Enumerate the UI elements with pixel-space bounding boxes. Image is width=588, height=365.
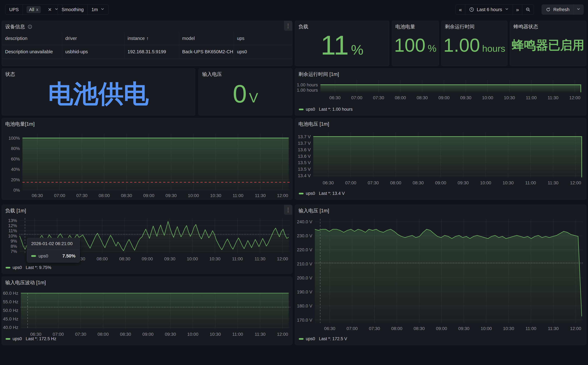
svg-text:11:30: 11:30 bbox=[255, 256, 265, 261]
legend-series-name: ups0 bbox=[306, 107, 315, 112]
legend-item[interactable]: ups0 Last *: 9.75% bbox=[6, 265, 51, 270]
tooltip-timestamp: 2026-01-02 06:21:00 bbox=[27, 238, 79, 250]
svg-text:1.00 hours: 1.00 hours bbox=[297, 82, 318, 87]
svg-text:11:30: 11:30 bbox=[255, 193, 266, 198]
smoothing-label-sect: Smoothing bbox=[58, 5, 87, 14]
panel-chart-load: 负载 [1m] ⋮ 13%12%11%10%9%8%7%06:3007:0007… bbox=[2, 205, 292, 274]
magnifier-minus-icon bbox=[525, 7, 531, 12]
stat-value: 0 bbox=[233, 81, 247, 106]
refresh-interval-dropdown[interactable] bbox=[573, 5, 583, 14]
series-color-pill bbox=[299, 109, 304, 110]
svg-text:13.5 V: 13.5 V bbox=[298, 167, 311, 172]
panel-chart-runtime: 剩余运行时间 [1m] 1.00 hours1.00 hours06:3007:… bbox=[295, 68, 586, 115]
time-range-picker-button[interactable]: Last 6 hours bbox=[465, 5, 513, 14]
svg-text:13.6 V: 13.6 V bbox=[298, 154, 311, 159]
svg-text:11:00: 11:00 bbox=[232, 332, 243, 337]
svg-text:10:00: 10:00 bbox=[187, 332, 198, 337]
series-color-pill bbox=[6, 338, 10, 340]
zoom-out-time-button[interactable] bbox=[522, 5, 534, 14]
device-table: description driver instance↑ model ups D… bbox=[2, 32, 292, 59]
legend-item[interactable]: ups0 Last *: 13.4 V bbox=[299, 191, 345, 196]
svg-text:200.0 V: 200.0 V bbox=[297, 275, 312, 281]
svg-text:09:00: 09:00 bbox=[438, 95, 450, 100]
svg-text:09:00: 09:00 bbox=[143, 193, 154, 198]
cell-description: Description unavailable bbox=[2, 45, 62, 58]
legend-series-name: ups0 bbox=[13, 265, 22, 270]
svg-text:7%: 7% bbox=[11, 249, 17, 254]
refresh-label: Refresh bbox=[553, 7, 570, 12]
time-shift-forward-button[interactable]: » bbox=[513, 5, 522, 14]
refresh-icon bbox=[546, 7, 551, 12]
column-header-instance[interactable]: instance↑ bbox=[124, 32, 179, 45]
battery-charge-chart-plot[interactable]: 100%80%60%40%20%0%06:3007:0007:3008:0008… bbox=[2, 118, 293, 200]
table-row: Description unavailable usbhid-ups 192.1… bbox=[2, 45, 292, 59]
svg-text:20%: 20% bbox=[11, 177, 20, 182]
svg-text:180.0 V: 180.0 V bbox=[297, 303, 312, 308]
legend-stat: Last *: 13.4 V bbox=[319, 191, 345, 196]
column-header-ups[interactable]: ups bbox=[234, 32, 292, 45]
panel-stat-battery-charge: 电池电量 100% bbox=[392, 21, 439, 66]
panel-menu-kebab-icon[interactable]: ⋮ bbox=[284, 21, 292, 31]
stat-unit: % bbox=[351, 43, 363, 57]
clear-selection-icon[interactable]: ✕ bbox=[48, 7, 52, 12]
svg-text:13.7 V: 13.7 V bbox=[298, 141, 311, 146]
time-range-control: « Last 6 hours » bbox=[456, 4, 534, 15]
svg-text:09:00: 09:00 bbox=[436, 326, 447, 331]
refresh-button[interactable]: Refresh bbox=[542, 5, 573, 14]
sort-asc-icon: ↑ bbox=[146, 36, 149, 41]
svg-text:40%: 40% bbox=[11, 167, 20, 172]
legend-item[interactable]: ups0 Last *: 172.5 V bbox=[299, 336, 347, 341]
info-icon[interactable] bbox=[28, 24, 32, 29]
double-chevron-right-icon: » bbox=[516, 7, 519, 13]
chevron-down-icon bbox=[576, 7, 581, 12]
smoothing-value-sect[interactable]: 1m bbox=[87, 5, 108, 14]
legend-item[interactable]: ups0 Last *: 172.5 Hz bbox=[6, 336, 56, 341]
panel-stat-beeper: 蜂鸣器状态 蜂鸣器已启用 bbox=[510, 21, 586, 66]
time-shift-back-button[interactable]: « bbox=[456, 5, 465, 14]
svg-text:08:00: 08:00 bbox=[99, 193, 110, 198]
svg-text:11:00: 11:00 bbox=[233, 193, 243, 198]
ups-variable-value[interactable]: All x ✕ bbox=[23, 5, 62, 14]
svg-text:07:30: 07:30 bbox=[75, 332, 86, 337]
svg-text:06:30: 06:30 bbox=[32, 193, 43, 198]
series-color-pill bbox=[6, 267, 10, 268]
svg-text:1.00 hours: 1.00 hours bbox=[297, 88, 318, 92]
svg-text:55.0 Hz: 55.0 Hz bbox=[3, 299, 18, 304]
svg-text:08:30: 08:30 bbox=[121, 193, 132, 198]
svg-text:12:00: 12:00 bbox=[570, 180, 581, 185]
cell-driver: usbhid-ups bbox=[62, 45, 124, 58]
battery-voltage-chart-plot[interactable]: 13.7 V13.7 V13.6 V13.6 V13.5 V13.5 V13.4… bbox=[295, 118, 587, 200]
svg-text:0%: 0% bbox=[14, 188, 20, 193]
panel-title: 蜂鸣器状态 bbox=[514, 23, 538, 30]
column-header-model[interactable]: model bbox=[179, 32, 234, 45]
panel-title: 状态 bbox=[5, 71, 15, 78]
svg-text:50.0 Hz: 50.0 Hz bbox=[3, 308, 18, 313]
input-voltage-chart-plot[interactable]: 240.0 V230.0 V220.0 V210.0 V200.0 V190.0… bbox=[295, 205, 587, 345]
svg-text:240.0 V: 240.0 V bbox=[297, 219, 312, 224]
panel-chart-battery-charge: 电池电量[1m] 100%80%60%40%20%0%06:3007:0007:… bbox=[2, 118, 292, 200]
svg-text:10:30: 10:30 bbox=[210, 193, 221, 198]
panel-title: 设备信息 bbox=[5, 23, 25, 30]
stat-unit: % bbox=[428, 43, 437, 53]
svg-text:40.0 Hz: 40.0 Hz bbox=[3, 325, 18, 330]
svg-text:10:00: 10:00 bbox=[480, 326, 492, 331]
stat-value: 100 bbox=[394, 36, 425, 55]
svg-text:60%: 60% bbox=[11, 156, 20, 161]
svg-text:80%: 80% bbox=[11, 146, 20, 151]
svg-text:07:00: 07:00 bbox=[53, 332, 64, 337]
panel-title: 负载 bbox=[298, 23, 308, 30]
legend-item[interactable]: ups0 Last *: 1.00 hours bbox=[299, 107, 352, 112]
panel-stat-load: 负载 11% bbox=[295, 21, 389, 66]
stat-value: 11 bbox=[321, 32, 349, 59]
column-header-driver[interactable]: driver bbox=[62, 32, 124, 45]
svg-text:12:00: 12:00 bbox=[570, 326, 581, 331]
frequency-chart-plot[interactable]: 60.0 Hz55.0 Hz50.0 Hz45.0 Hz40.0 Hz06:30… bbox=[2, 277, 293, 345]
stat-value: 电池供电 bbox=[48, 81, 149, 106]
column-header-description[interactable]: description bbox=[2, 32, 62, 45]
ups-chip-all[interactable]: All x bbox=[27, 6, 41, 13]
chip-remove-icon[interactable]: x bbox=[36, 7, 38, 12]
svg-text:06:30: 06:30 bbox=[329, 95, 340, 100]
svg-text:09:00: 09:00 bbox=[142, 332, 153, 337]
svg-text:08:30: 08:30 bbox=[413, 180, 424, 185]
chevron-down-icon[interactable] bbox=[100, 7, 105, 12]
